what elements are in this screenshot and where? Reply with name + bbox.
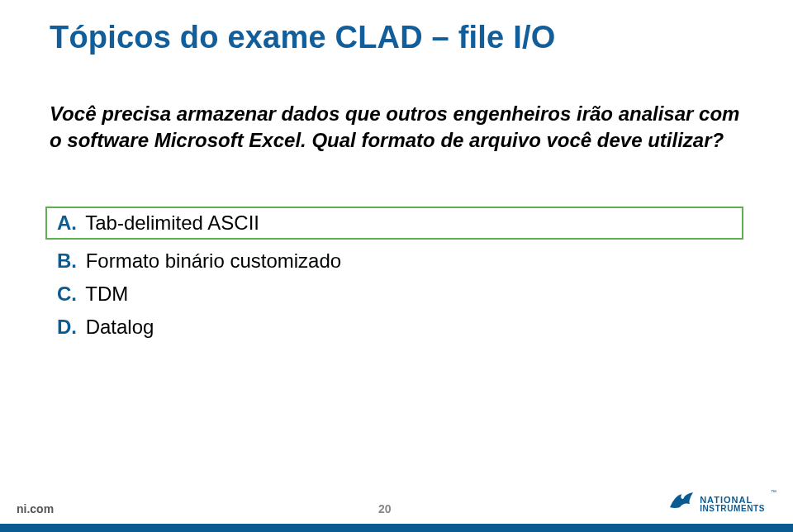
trademark-icon: ™ [771,489,776,495]
slide-title: Tópicos do exame CLAD – file I/O [50,20,555,55]
answer-d: D. Datalog [45,311,743,344]
logo-line1: NATIONAL [700,496,765,505]
answer-list: A. Tab-delimited ASCII B. Formato binári… [45,207,743,344]
logo-line2: INSTRUMENTS [700,505,765,513]
answer-text: Datalog [86,316,154,338]
answer-text: Tab-delimited ASCII [85,211,259,234]
footer-link: ni.com [17,502,54,515]
answer-text: TDM [85,283,128,305]
page-number: 20 [378,502,392,515]
logo-text: NATIONAL INSTRUMENTS [700,496,765,513]
answer-letter: A. [57,211,77,234]
answer-b: B. Formato binário customizado [45,245,743,278]
slide-container: Tópicos do exame CLAD – file I/O Você pr… [0,0,793,532]
answer-a: A. Tab-delimited ASCII [45,207,743,240]
answer-letter: D. [57,316,77,338]
footer-bar [0,524,793,532]
answer-letter: C. [57,283,77,305]
question-text: Você precisa armazenar dados que outros … [50,101,743,154]
eagle-icon [668,491,695,517]
answer-text: Formato binário customizado [86,249,341,272]
answer-letter: B. [57,249,77,272]
ni-logo: NATIONAL INSTRUMENTS ™ [668,491,776,517]
answer-c: C. TDM [45,278,743,311]
